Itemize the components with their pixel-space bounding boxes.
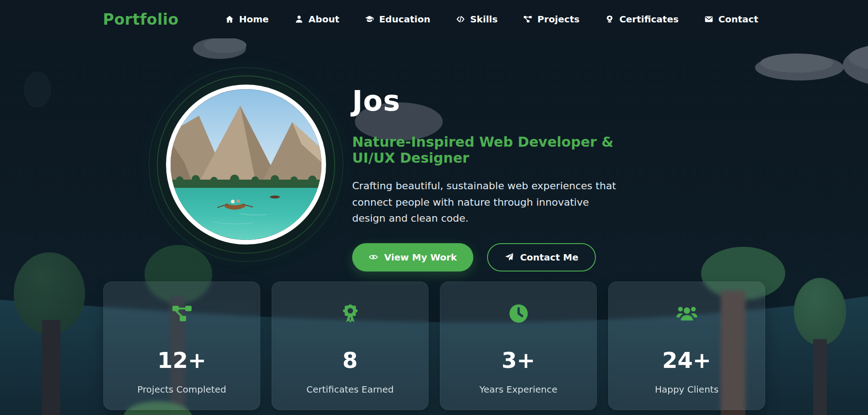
envelope-icon: [704, 15, 713, 24]
nav-item-projects[interactable]: Projects: [523, 14, 579, 25]
stat-label: Years Experience: [440, 384, 596, 395]
hero-description: Crafting beautiful, sustainable web expe…: [352, 178, 620, 227]
nav-item-skills[interactable]: Skills: [456, 14, 498, 25]
hero-text-block: Jos Nature-Inspired Web Developer & UI/U…: [352, 84, 654, 271]
navbar: Portfolio Home About Education Skills Pr…: [0, 0, 868, 38]
stat-card-certificates: 8 Certificates Earned: [272, 282, 429, 410]
nav-item-label: Certificates: [619, 14, 679, 25]
nav-item-label: Home: [239, 14, 269, 25]
nav-item-label: About: [309, 14, 339, 25]
contact-me-button[interactable]: Contact Me: [487, 243, 596, 271]
stat-card-projects: 12+ Projects Completed: [103, 282, 260, 410]
award-icon: [272, 303, 428, 326]
users-icon: [609, 303, 765, 326]
nav-item-label: Contact: [718, 14, 758, 25]
view-my-work-button[interactable]: View My Work: [352, 243, 473, 271]
nav-item-education[interactable]: Education: [365, 14, 430, 25]
profile-photo: [166, 85, 326, 245]
home-icon: [225, 15, 234, 24]
graduation-cap-icon: [365, 15, 374, 24]
hero-subtitle: Nature-Inspired Web Developer & UI/UX De…: [352, 134, 654, 166]
project-diagram-icon: [523, 15, 532, 24]
stat-card-clients: 24+ Happy Clients: [608, 282, 765, 410]
award-icon: [605, 15, 614, 24]
user-icon: [295, 15, 304, 24]
stat-card-experience: 3+ Years Experience: [440, 282, 597, 410]
nav-item-label: Education: [379, 14, 430, 25]
nav-item-about[interactable]: About: [295, 14, 339, 25]
nav-menu: Home About Education Skills Projects Cer…: [225, 14, 758, 25]
stat-label: Happy Clients: [609, 384, 765, 395]
contact-me-label: Contact Me: [520, 252, 579, 263]
paper-plane-icon: [504, 252, 514, 262]
stats-section: 12+ Projects Completed 8 Certificates Ea…: [103, 282, 765, 410]
stat-value: 3+: [440, 349, 596, 371]
brand-logo[interactable]: Portfolio: [103, 11, 179, 28]
nav-item-certificates[interactable]: Certificates: [605, 14, 679, 25]
project-diagram-icon: [104, 303, 260, 326]
eye-icon: [369, 252, 378, 262]
stat-value: 8: [272, 349, 428, 371]
nav-item-label: Skills: [470, 14, 498, 25]
hero-buttons: View My Work Contact Me: [352, 243, 654, 271]
nav-item-label: Projects: [537, 14, 579, 25]
stat-label: Projects Completed: [104, 384, 260, 395]
stat-value: 12+: [104, 349, 260, 371]
stat-label: Certificates Earned: [272, 384, 428, 395]
code-icon: [456, 15, 465, 24]
view-my-work-label: View My Work: [384, 252, 457, 263]
mountain-lake-photo: [166, 85, 326, 245]
stat-value: 24+: [609, 349, 765, 371]
nav-item-contact[interactable]: Contact: [704, 14, 758, 25]
clock-icon: [440, 303, 596, 326]
nav-item-home[interactable]: Home: [225, 14, 269, 25]
hero-name: Jos: [352, 84, 654, 117]
